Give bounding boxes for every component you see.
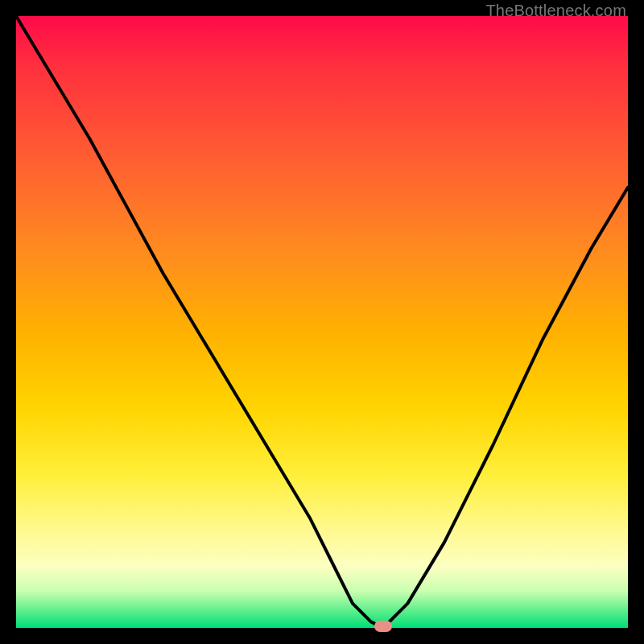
attribution-label: TheBottleneck.com: [485, 2, 626, 20]
chart-plot-area: [16, 16, 628, 628]
optimum-marker: [374, 621, 392, 632]
bottleneck-curve: [16, 16, 628, 628]
chart-frame: TheBottleneck.com: [0, 0, 644, 644]
curve-path: [16, 16, 628, 628]
